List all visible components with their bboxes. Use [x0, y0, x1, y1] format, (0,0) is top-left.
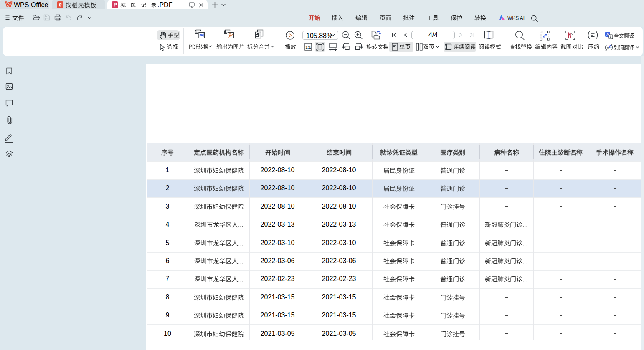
- svg-text:A: A: [609, 44, 612, 49]
- svg-text:1:1: 1:1: [305, 45, 311, 49]
